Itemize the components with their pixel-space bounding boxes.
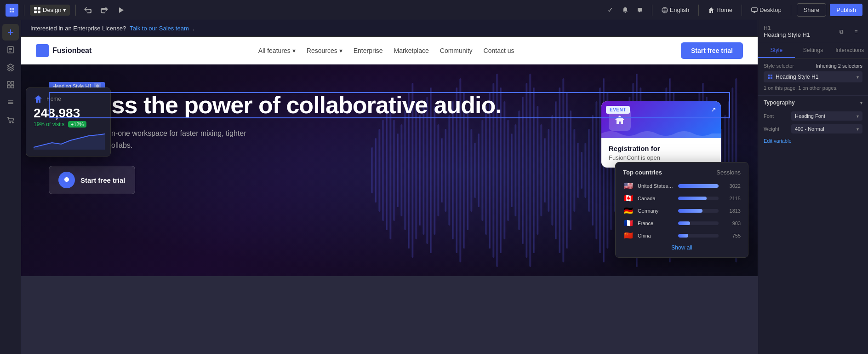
home-button[interactable]: Home (704, 5, 736, 15)
panel-header-icons: ⧉ ≡ (835, 25, 862, 38)
country-bar (678, 209, 702, 213)
country-flag: 🇺🇸 (623, 181, 634, 190)
share-button[interactable]: Share (797, 3, 827, 17)
notif-link[interactable]: Talk to our Sales team (130, 25, 189, 32)
typography-header[interactable]: Typography ▾ (758, 96, 868, 110)
logo-icon (36, 44, 49, 57)
svg-rect-29 (426, 97, 428, 244)
nav-resources[interactable]: Resources ▾ (307, 47, 343, 54)
svg-rect-32 (437, 124, 439, 216)
country-sessions: 755 (722, 233, 741, 238)
show-all-button[interactable]: Show all (623, 244, 741, 251)
analytics-title: Top countries (623, 169, 662, 176)
svg-rect-62 (548, 129, 549, 212)
desktop-button[interactable]: Desktop (748, 5, 785, 15)
undo-button[interactable] (81, 4, 94, 17)
svg-rect-61 (544, 138, 546, 203)
redo-button[interactable] (98, 4, 111, 17)
font-chevron: ▾ (857, 114, 859, 119)
site-logo[interactable]: Fusionbeat (36, 44, 91, 57)
svg-rect-10 (7, 85, 10, 88)
svg-rect-71 (581, 152, 582, 189)
tab-style[interactable]: Style (758, 43, 795, 58)
site-cta-button[interactable]: Start free trial (681, 42, 743, 59)
country-name: China (638, 233, 674, 238)
svg-rect-44 (481, 120, 483, 221)
font-row: Font Heading Font ▾ (758, 110, 868, 122)
weight-row: Weight 400 - Normal ▾ (758, 122, 868, 135)
sidebar-components-icon[interactable] (2, 94, 19, 110)
popup-subtitle: FusionConf is open (609, 154, 714, 161)
nav-contact[interactable]: Contact us (484, 47, 514, 54)
chat-icon[interactable] (634, 4, 646, 17)
svg-rect-22 (400, 124, 402, 216)
check-icon[interactable]: ✓ (604, 4, 617, 17)
svg-rect-35 (448, 115, 450, 226)
nav-enterprise[interactable]: Enterprise (354, 47, 383, 54)
typography-chevron: ▾ (860, 100, 862, 105)
popup-badge: EVENT (606, 106, 630, 114)
svg-rect-1 (38, 7, 40, 10)
country-bar (678, 221, 690, 225)
svg-rect-18 (386, 110, 388, 230)
svg-rect-23 (404, 110, 406, 230)
nav-community[interactable]: Community (440, 47, 473, 54)
preview-button[interactable] (114, 4, 127, 17)
svg-rect-11 (11, 85, 14, 88)
panel-copy-icon[interactable]: ⧉ (835, 25, 848, 38)
right-panel-tabs: Style Settings Interactions (758, 43, 868, 58)
nav-contact-label: Contact us (484, 47, 514, 54)
svg-rect-40 (467, 110, 468, 230)
svg-rect-74 (592, 115, 594, 226)
design-mode-button[interactable]: Design ▾ (30, 5, 70, 16)
country-bar (678, 197, 707, 200)
nav-all-features[interactable]: All features ▾ (258, 47, 296, 54)
country-flag: 🇫🇷 (623, 219, 634, 227)
svg-marker-4 (119, 7, 124, 13)
svg-rect-9 (11, 81, 14, 84)
svg-rect-50 (503, 101, 505, 239)
app-logo[interactable] (6, 4, 18, 17)
sidebar-pages-icon[interactable] (2, 41, 19, 58)
selector-box[interactable]: Heading Style H1 ▾ (764, 71, 862, 82)
font-label: Font (764, 113, 791, 119)
font-value-box[interactable]: Heading Font ▾ (791, 111, 862, 121)
country-sessions: 3022 (722, 183, 741, 189)
analytics-country-row: 🇫🇷 France 903 (623, 219, 741, 227)
sidebar-ecommerce-icon[interactable] (2, 111, 19, 128)
site-nav-actions: Start free trial (681, 42, 743, 59)
toolbar-separator-2 (75, 5, 76, 16)
notification-banner: Interested in an Enterprise License? Tal… (21, 20, 758, 37)
tab-settings[interactable]: Settings (795, 43, 832, 58)
notif-suffix: . (193, 25, 194, 32)
panel-more-icon[interactable]: ≡ (850, 25, 862, 38)
svg-rect-16 (378, 129, 380, 212)
country-name: France (638, 221, 674, 226)
analytics-panel: Top countries Sessions 🇺🇸 United States … (615, 162, 748, 258)
home-icon-small (34, 94, 43, 104)
svg-rect-60 (540, 124, 542, 216)
bell-icon[interactable] (619, 4, 632, 17)
typography-title: Typography (764, 99, 795, 106)
hero-cta-button[interactable]: Start free trial (49, 166, 135, 194)
language-selector[interactable]: English (658, 5, 693, 15)
svg-rect-2 (34, 11, 37, 13)
nav-marketplace-label: Marketplace (394, 47, 429, 54)
sidebar-add-icon[interactable] (2, 24, 19, 41)
element-name: Heading Style H1 (764, 31, 810, 38)
sidebar-layers-icon[interactable] (2, 59, 19, 75)
svg-rect-33 (441, 138, 443, 203)
nav-marketplace[interactable]: Marketplace (394, 47, 429, 54)
element-type-label: H1 (764, 25, 810, 31)
svg-rect-0 (34, 7, 37, 10)
popup-external-link[interactable]: ↗ (711, 106, 716, 113)
edit-variable-link[interactable]: Edit variable (758, 135, 868, 146)
tab-interactions[interactable]: Interactions (831, 43, 868, 58)
svg-rect-26 (415, 101, 417, 239)
style-selector-row: Style selector Inheriting 2 selectors (764, 63, 862, 69)
weight-value-box[interactable]: 400 - Normal ▾ (791, 124, 862, 133)
country-flag: 🇨🇦 (623, 194, 634, 203)
publish-button[interactable]: Publish (830, 4, 862, 16)
sidebar-assets-icon[interactable] (2, 76, 19, 93)
selector-chevron-down[interactable]: ▾ (857, 75, 859, 80)
